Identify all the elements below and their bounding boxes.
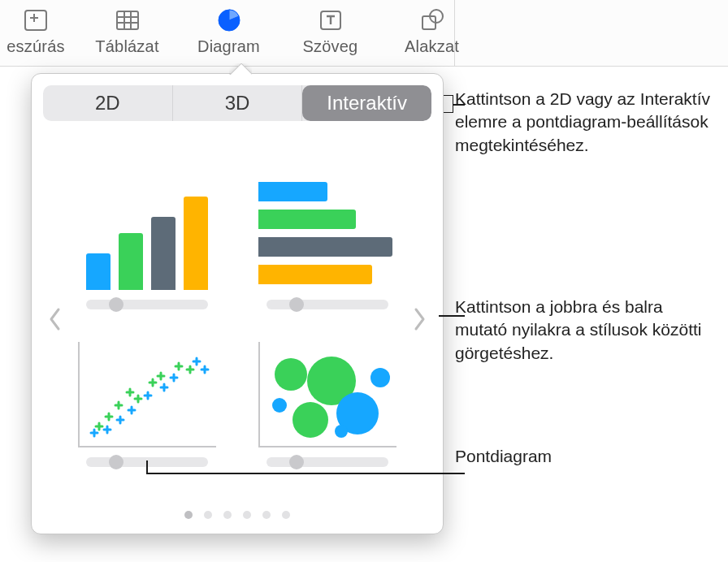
next-style-button[interactable] [407, 295, 431, 344]
page-dot[interactable] [262, 511, 271, 519]
toolbar-shape[interactable]: Alakzat [381, 5, 483, 56]
svg-point-18 [335, 425, 348, 438]
tab-3d[interactable]: 3D [173, 85, 303, 121]
page-dots[interactable] [43, 511, 431, 519]
callout-segmented: Kattintson a 2D vagy az Interaktív elemr… [455, 88, 715, 157]
svg-point-14 [292, 402, 328, 438]
chart-option-column[interactable] [69, 176, 225, 309]
insert-icon [18, 5, 54, 36]
chart-option-bar[interactable] [249, 176, 405, 309]
window-divider [454, 0, 455, 67]
page-dot[interactable] [243, 511, 251, 519]
tab-2d[interactable]: 2D [43, 85, 173, 121]
chart-type-segmented-control: 2D 3D Interaktív [43, 85, 431, 121]
toolbar-table[interactable]: Táblázat [76, 5, 178, 56]
toolbar-text-label: Szöveg [303, 37, 358, 56]
text-icon [313, 5, 349, 36]
prev-style-button[interactable] [43, 295, 67, 344]
svg-point-12 [275, 358, 307, 391]
slider-icon [266, 457, 388, 467]
bubble-chart-thumb [254, 334, 401, 447]
callout-scatter: Pontdiagram [455, 445, 552, 468]
chart-style-browser [43, 136, 431, 503]
chart-option-scatter[interactable] [69, 334, 225, 467]
chart-option-bubble[interactable] [249, 334, 405, 467]
leader-brace [444, 95, 453, 113]
chart-popover: 2D 3D Interaktív [31, 73, 444, 534]
scatter-chart-thumb [74, 334, 220, 447]
svg-point-16 [370, 368, 390, 387]
popover-caret [229, 63, 252, 75]
slider-icon [266, 300, 388, 309]
bar-chart-thumb [254, 176, 401, 290]
shape-icon [414, 5, 450, 36]
callout-arrows: Kattintson a jobbra és balra mutató nyil… [455, 296, 715, 365]
leader-line [439, 315, 465, 317]
toolbar-insert-label: eszúrás [6, 37, 64, 56]
page-dot[interactable] [282, 511, 290, 519]
toolbar-text[interactable]: Szöveg [280, 5, 381, 56]
svg-point-17 [272, 398, 287, 413]
svg-rect-3 [117, 11, 138, 29]
toolbar-chart-label: Diagram [197, 37, 260, 56]
toolbar: eszúrás Táblázat Diagram [0, 0, 728, 67]
slider-icon [86, 300, 208, 309]
column-chart-thumb [74, 176, 220, 290]
chart-icon [211, 5, 247, 36]
table-icon [110, 5, 145, 36]
page-dot[interactable] [184, 511, 193, 519]
leader-line [146, 473, 465, 474]
toolbar-shape-label: Alakzat [405, 37, 459, 56]
toolbar-table-label: Táblázat [95, 37, 158, 56]
toolbar-chart[interactable]: Diagram [178, 5, 280, 56]
chart-grid [67, 171, 407, 467]
tab-interactive[interactable]: Interaktív [302, 85, 431, 121]
leader-line [146, 460, 148, 473]
page-dot[interactable] [204, 511, 212, 519]
leader-line [453, 104, 465, 106]
toolbar-insert[interactable]: eszúrás [0, 5, 76, 56]
svg-rect-0 [25, 11, 46, 30]
page-dot[interactable] [223, 511, 232, 519]
